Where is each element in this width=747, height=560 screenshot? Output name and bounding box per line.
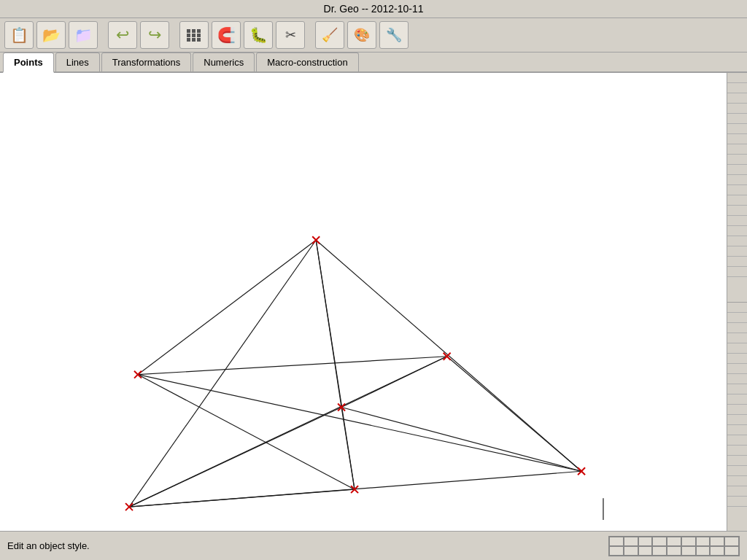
panel-line [727,83,747,93]
status-text: Edit an object style. [7,540,608,551]
eraser-icon: 🧹 [322,27,338,43]
grid-cell [667,546,681,556]
canvas-area[interactable] [0,73,727,531]
geometry-canvas[interactable] [0,73,727,531]
grid-cell [696,537,711,546]
panel-line [727,246,747,257]
toolbar: 📋 📂 📁 ↩ ↪ [0,18,747,52]
panel-line [727,364,747,374]
app: Dr. Geo -- 2012-10-11 📋 📂 📁 ↩ ↪ [0,0,747,560]
grid-cell [624,546,638,556]
bug-button[interactable]: 🐛 [244,21,273,49]
panel-line [727,303,747,313]
tab-macro[interactable]: Macro-construction [256,52,359,71]
grid-cell [724,537,739,546]
panel-line [727,257,747,267]
panel-line [727,446,747,456]
panel-line [727,497,747,507]
right-panel-top [727,73,747,303]
panel-line [727,93,747,104]
grid-cell [652,537,667,546]
svg-line-1 [316,240,581,471]
panel-line [727,323,747,333]
magnet-icon: 🧲 [217,26,236,44]
palette-icon: 🎨 [354,27,370,43]
status-grid [608,536,740,556]
wrench-icon: 🔧 [386,27,402,43]
app-title: Dr. Geo -- 2012-10-11 [324,3,424,15]
redo-icon: ↪ [148,26,161,44]
grid-button[interactable] [179,21,209,49]
grid-icon [187,29,201,42]
separator-1 [101,21,105,49]
eraser-button[interactable]: 🧹 [315,21,344,49]
panel-line [727,104,747,114]
scissors-icon: ✂ [285,27,296,43]
new-button[interactable]: 📋 [4,21,34,49]
redo-button[interactable]: ↪ [140,21,169,49]
panel-line [727,124,747,134]
panel-line [727,226,747,236]
separator-2 [172,21,177,49]
tab-lines[interactable]: Lines [55,52,100,71]
grid-cell [638,537,653,546]
save-icon: 📁 [74,26,93,44]
new-icon: 📋 [10,26,28,44]
panel-line [727,343,747,354]
panel-line [727,425,747,435]
wrench-button[interactable]: 🔧 [379,21,409,49]
tab-numerics[interactable]: Numerics [193,52,255,71]
panel-line [727,466,747,476]
tab-points[interactable]: Points [3,52,54,73]
grid-cell [638,546,653,556]
right-panel [727,73,747,531]
svg-line-14 [138,357,447,375]
grid-cell [681,546,696,556]
bug-icon: 🐛 [249,26,268,44]
svg-line-11 [129,408,341,508]
panel-line [727,435,747,446]
panel-line [727,384,747,394]
panel-line [727,394,747,405]
open-button[interactable]: 📂 [36,21,66,49]
grid-cell [696,546,711,556]
svg-line-0 [138,240,316,374]
svg-line-6 [129,489,355,507]
grid-cell [681,537,696,546]
palette-button[interactable]: 🎨 [347,21,376,49]
grid-cell [710,537,724,546]
panel-line [727,354,747,364]
svg-line-12 [341,408,355,490]
svg-line-15 [316,240,341,407]
panel-line [727,486,747,497]
panel-line [727,405,747,415]
panel-line [727,165,747,175]
undo-button[interactable]: ↩ [108,21,137,49]
magnet-button[interactable]: 🧲 [212,21,241,49]
grid-cell [609,537,624,546]
panel-line [727,374,747,384]
panel-line [727,333,747,343]
grid-cell [609,546,624,556]
svg-line-10 [341,408,581,472]
title-bar: Dr. Geo -- 2012-10-11 [0,0,747,18]
panel-line [727,267,747,277]
panel-line [727,144,747,155]
panel-line [727,236,747,246]
panel-line [727,185,747,195]
status-bar: Edit an object style. [0,531,747,560]
grid-cell [667,537,681,546]
save-button[interactable]: 📁 [69,21,98,49]
tab-bar: Points Lines Transformations Numerics Ma… [0,52,747,73]
grid-cell [652,546,667,556]
tab-transformations[interactable]: Transformations [101,52,191,71]
svg-line-8 [138,375,355,489]
panel-line [727,73,747,83]
panel-line [727,195,747,206]
main-area [0,73,747,531]
panel-line [727,134,747,144]
panel-line [727,456,747,466]
scissors-button[interactable]: ✂ [276,21,305,49]
undo-icon: ↩ [116,26,129,44]
panel-line [727,415,747,425]
